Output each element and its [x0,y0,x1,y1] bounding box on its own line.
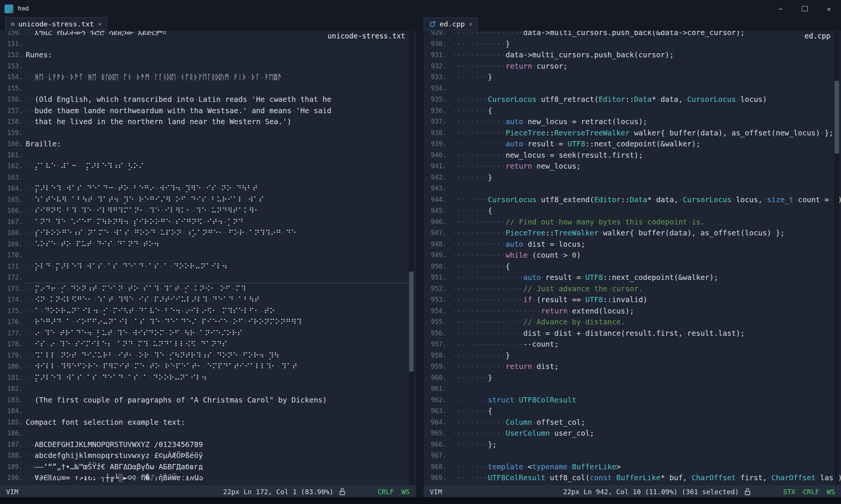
code-line[interactable]: 167.··⠁⠝⠙·⠹⠑·⠡⠊⠑⠋·⠍⠳⠗⠝⠻⠲·⡎⠊⠗⠕⠕⠛⠑·⠎⠊⠛⠝⠫·⠊… [0,217,416,228]
code-line[interactable]: 936.········{ [424,105,841,117]
code-line[interactable]: 934. [424,83,841,94]
code-line[interactable]: 958.············} [424,350,841,361]
code-line[interactable]: 962.········struct·UTF8ColResult [424,395,841,406]
code-line[interactable]: 185.Compact·font·selection·example·text: [0,417,416,428]
right-editor-area[interactable]: 929.················data->multi_cursors.… [424,31,841,486]
line-text: ··⠡⠕⠎⠑·⠞⠕·⠏⠥⠞·⠙⠊⠎·⠙⠁⠝⠙·⠞⠕⠲ [26,239,416,250]
code-line[interactable]: 953.················if·(result·==·UTF8::… [424,294,841,306]
left-editor-area[interactable]: 150.··እግዜር·የከፈተውን·ጉሮሮ·ሳይዘጋው·አይድርም።151.15… [0,31,416,486]
code-line[interactable]: 944.········CursorLocus·utf8_extend(Edit… [424,194,841,206]
tab-unicode-stress[interactable]: ≡ unicode-stress.txt ✕ [5,17,107,30]
code-line[interactable]: 941.············return·new_locus; [424,161,841,172]
pane-divider[interactable] [416,31,424,497]
code-line[interactable]: 169.··⠡⠕⠎⠑·⠞⠕·⠏⠥⠞·⠙⠊⠎·⠙⠁⠝⠙·⠞⠕⠲ [0,239,416,250]
code-line[interactable]: 939.············auto·result·=·UTF8::next… [424,138,841,150]
code-line[interactable]: 943. [424,183,841,194]
code-line[interactable]: 189.··–—‘“”„†•…‰™œŠŸž€·ΑΒΓΔΩαβγδω·АБВГДа… [0,461,416,473]
unlocked-icon[interactable] [744,488,751,496]
code-line[interactable]: 187.··ABCDEFGHIJKLMNOPQRSTUVWXYZ·/012345… [0,439,416,450]
code-line[interactable]: 163. [0,172,416,183]
code-line[interactable]: 933.········} [424,72,841,83]
code-line[interactable]: 157.··bude·thaem·lande·northweardum·with… [0,105,416,117]
code-line[interactable]: 153. [0,61,416,72]
code-line[interactable]: 168.··⡎⠊⠗⠕⠕⠛⠑⠰⠎·⠝⠁⠍⠑·⠺⠁⠎·⠛⠕⠕⠙·⠥⠏⠕⠝·⠰⡡⠁⠝⠛… [0,227,416,239]
code-line[interactable]: 954.····················return·extend(lo… [424,306,841,317]
code-line[interactable]: 171.··⡕⠇⠙·⡍⠜⠇⠑⠹·⠺⠁⠎·⠁⠎·⠙⠑⠁⠙·⠁⠎·⠁·⠙⠕⠕⠗⠤⠝⠁… [0,261,416,272]
code-line[interactable]: 179.··⠩⠁⠇⠇·⠝⠕⠞·⠙⠊⠌⠥⠗⠃·⠊⠞⠂·⠕⠗·⠹⠑·⡊⠳⠝⠞⠗⠹⠰⠎… [0,350,416,361]
code-line[interactable]: 956.················dist·=·dist·+·distan… [424,328,841,339]
code-line[interactable]: 170. [0,250,416,261]
code-line[interactable]: 155. [0,83,416,94]
minimize-button[interactable]: − [769,0,793,17]
code-line[interactable]: 160.Braille: [0,138,416,150]
status-flag-stx: STX [783,488,795,496]
code-line[interactable]: 166.··⠎⠊⠛⠝⠫·⠃⠹·⠹⠑·⠊⠇⠻⠛⠹⠍⠁⠝⠂·⠹⠑·⠊⠇⠻⠅⠂·⠹⠑·… [0,205,416,217]
code-line[interactable]: 959.············return·dist; [424,361,841,372]
code-line[interactable]: 154.··ᚻᛖ·ᚳᚹᚫᚦ·ᚦᚫᛏ·ᚻᛖ·ᛒᚢᛞᛖ·ᚩᚾ·ᚦᚫᛗ·ᛚᚪᚾᛞᛖ·ᚾ… [0,72,416,83]
code-line[interactable]: 952.················//·Just·advance·the·… [424,283,841,295]
code-line[interactable]: 935.········CursorLocus·utf8_retract(Edi… [424,94,841,105]
code-line[interactable]: 968.········template·<typename·BufferLik… [424,461,841,473]
line-text: ··⠊⠎·⠔·⠹⠑·⠎⠊⠍⠊⠇⠑⠆·⠁⠝⠙·⠍⠹·⠥⠝⠙⠁⠇⠇⠪⠫·⠙⠁⠝⠙⠎ [26,339,416,350]
code-line[interactable]: 164.··⡍⠜⠇⠑⠹·⠺⠁⠎·⠙⠑⠁⠙⠒·⠞⠕·⠃⠑⠛⠔·⠺⠊⠹⠲·⡹⠻⠑·⠊… [0,183,416,194]
tab-close-icon[interactable]: ✕ [469,20,473,28]
code-line[interactable]: 173.··⡍⠔⠙⠖·⡊·⠙⠕⠝⠰⠞·⠍⠑⠁⠝·⠞⠕·⠎⠁⠹·⠹⠁⠞·⡊·⠅⠝⠪… [0,283,416,295]
code-line[interactable]: 961. [424,383,841,395]
code-line[interactable]: 948.············auto·dist·=·locus; [424,239,841,250]
code-line[interactable]: 180.··⠺⠊⠇⠇·⠹⠻⠑⠋⠕⠗⠑·⠏⠻⠍⠊⠞·⠍⠑·⠞⠕·⠗⠑⠏⠑⠁⠞⠂·⠑… [0,361,416,372]
code-line[interactable]: 158.··that·he·lived·in·the·northern·land… [0,116,416,128]
code-line[interactable]: 184. [0,406,416,417]
code-line[interactable]: 957.················--count; [424,339,841,350]
code-line[interactable]: 945.········{ [424,205,841,217]
code-line[interactable]: 955.················//·Advance·by·distan… [424,317,841,328]
code-line[interactable]: 165.··⠱⠁⠞⠑⠧⠻·⠁⠃⠳⠞·⠹⠁⠞⠲·⡹⠑·⠗⠑⠛⠊⠌⠻·⠕⠋·⠙⠊⠎·… [0,194,416,206]
code-line[interactable]: 963.········{ [424,406,841,417]
code-line[interactable]: 188.··abcdefghijklmnopqrstuvwxyz·£©µÀÆÖÞ… [0,450,416,461]
tab-ed-cpp[interactable]: ed.cpp ✕ [424,17,478,30]
code-line[interactable]: 183.··(The·first·couple·of·paragraphs·of… [0,395,416,406]
right-scrollbar-thumb[interactable] [835,81,839,154]
code-line[interactable]: 181.··⡍⠜⠇⠑⠹·⠺⠁⠎·⠁⠎·⠙⠑⠁⠙·⠁⠎·⠁·⠙⠕⠕⠗⠤⠝⠁⠊⠇⠲ [0,372,416,384]
code-line[interactable]: 176.··⠗⠑⠛⠜⠙·⠁·⠊⠕⠋⠋⠔⠤⠝⠁⠊⠇·⠁⠎·⠹⠑·⠙⠑⠁⠙⠑⠌·⠏⠊… [0,317,416,328]
right-scrollbar[interactable] [834,31,839,486]
close-button[interactable]: ✕ [817,0,841,17]
code-line[interactable]: 960.········} [424,372,841,384]
code-line[interactable]: 930.············} [424,38,841,50]
code-line[interactable]: 938.············PieceTree::ReverseTreeWa… [424,128,841,139]
code-line[interactable]: 951.················auto·result·=·UTF8::… [424,272,841,283]
code-line[interactable]: 190.··∀∂∈ℝ∧∪≡∞·↑↗↨↻⇣·┐┼╔╘░►☺♀·ﬁ�⑀₂ἠḂӥẄɐː… [0,472,416,484]
code-line[interactable]: 186. [0,428,416,439]
code-line[interactable]: 937.············auto·new_locus·=·retract… [424,116,841,128]
code-line[interactable]: 964.············Column·offset_col; [424,417,841,428]
code-line[interactable]: 947.············PieceTree::TreeWalker·wa… [424,227,841,239]
line-number: 183. [5,395,23,406]
code-line[interactable]: 965.············UserColumn·user_col; [424,428,841,439]
maximize-button[interactable] [793,0,817,17]
code-line[interactable]: 152.Runes: [0,49,416,61]
left-scrollbar[interactable] [409,31,414,486]
code-line[interactable]: 929.················data->multi_cursors.… [424,31,841,38]
code-line[interactable]: 159. [0,128,416,139]
code-line[interactable]: 950.············{ [424,261,841,272]
code-line[interactable]: 174.··⠪⠝·⠅⠝⠪⠇⠫⠛⠑⠂·⠱⠁⠞·⠹⠻⠑·⠊⠎·⠏⠜⠞⠊⠊⠥⠇⠜⠇⠹·… [0,294,416,306]
code-line[interactable]: 932.············return·cursor; [424,61,841,72]
code-line[interactable]: 940.············new_locus·=·seek(result.… [424,150,841,161]
code-line[interactable]: 172. [0,272,416,283]
code-line[interactable]: 949.············while·(count·>·0) [424,250,841,261]
code-line[interactable]: 162.··⡌⠁⠧⠑·⠼⠁⠒··⡍⠜⠇⠑⠹⠰⠎·⡣⠕⠌ [0,161,416,172]
code-line[interactable]: 156.··(Old·English,·which·transcribed·in… [0,94,416,105]
code-line[interactable]: 966.········}; [424,439,841,450]
left-scrollbar-thumb[interactable] [409,272,414,372]
tab-close-icon[interactable]: ✕ [98,20,102,28]
code-line[interactable]: 942.········} [424,172,841,183]
code-line[interactable]: 969.········UTF8ColResult·utf8_col(const… [424,472,841,484]
code-line[interactable]: 931.············data->multi_cursors.push… [424,49,841,61]
code-line[interactable]: 175.··⠁·⠙⠕⠕⠗⠤⠝⠁⠊⠇⠲·⡊·⠍⠊⠣⠞·⠙⠁⠧⠑·⠃⠑⠲·⠔⠊⠇⠔⠫… [0,306,416,317]
unlocked-icon[interactable] [339,488,346,496]
code-line[interactable]: 946.············//·Find·out·how·many·byt… [424,217,841,228]
code-line[interactable]: 178.··⠊⠎·⠔·⠹⠑·⠎⠊⠍⠊⠇⠑⠆·⠁⠝⠙·⠍⠹·⠥⠝⠙⠁⠇⠇⠪⠫·⠙⠁… [0,339,416,350]
code-line[interactable]: 182. [0,383,416,395]
code-line[interactable]: 177.··⠔·⠹⠑·⠞⠗⠁⠙⠑⠲·⡃⠥⠞·⠹⠑·⠺⠊⠎⠙⠕⠍·⠕⠋·⠳⠗·⠁⠝… [0,328,416,339]
code-line[interactable]: 161. [0,150,416,161]
code-line[interactable]: 967. [424,450,841,461]
